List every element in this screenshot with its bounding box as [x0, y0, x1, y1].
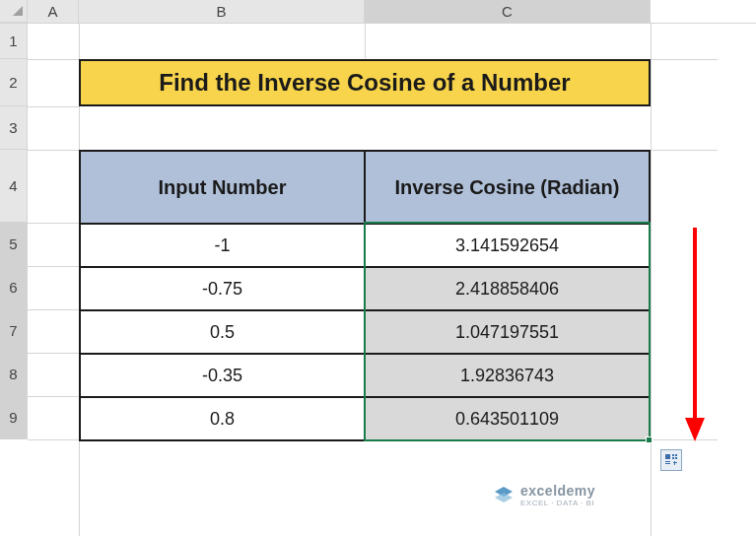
- cell-result[interactable]: 0.643501109: [365, 397, 650, 440]
- cell-input[interactable]: 0.5: [80, 310, 365, 354]
- svg-marker-12: [495, 493, 513, 502]
- table-row: -0.35 1.92836743: [80, 354, 650, 397]
- gridline: [28, 309, 79, 310]
- svg-rect-4: [675, 457, 677, 459]
- table-row: 0.8 0.643501109: [80, 397, 650, 440]
- row-header-4[interactable]: 4: [0, 150, 28, 223]
- cell-input[interactable]: -1: [80, 224, 365, 267]
- watermark: exceldemy EXCEL · DATA · BI: [493, 483, 595, 507]
- gridline: [28, 396, 79, 397]
- column-header-B[interactable]: B: [79, 0, 365, 23]
- cell-input[interactable]: -0.35: [80, 354, 365, 397]
- svg-rect-2: [675, 454, 677, 456]
- watermark-sub: EXCEL · DATA · BI: [520, 499, 595, 507]
- cell-result[interactable]: 3.141592654: [365, 224, 650, 267]
- cell-result[interactable]: 1.92836743: [365, 354, 650, 397]
- gridline: [28, 266, 79, 267]
- gridline: [28, 223, 79, 224]
- row-header-8[interactable]: 8: [0, 353, 28, 396]
- cell-result[interactable]: 2.418858406: [365, 267, 650, 310]
- table-row: -0.75 2.418858406: [80, 267, 650, 310]
- watermark-brand: exceldemy: [520, 483, 595, 499]
- row-header-2[interactable]: 2: [0, 59, 28, 106]
- header-result[interactable]: Inverse Cosine (Radian): [365, 151, 650, 224]
- watermark-logo-icon: [493, 485, 515, 506]
- row-header-9[interactable]: 9: [0, 396, 28, 439]
- table-row: -1 3.141592654: [80, 224, 650, 267]
- svg-rect-0: [665, 454, 670, 459]
- gridline: [28, 353, 79, 354]
- data-table: Input Number Inverse Cosine (Radian) -1 …: [79, 150, 651, 441]
- svg-rect-8: [674, 461, 675, 465]
- annotation-arrow: [680, 223, 710, 449]
- gridline: [28, 106, 79, 107]
- row-header-1[interactable]: 1: [0, 24, 28, 59]
- svg-rect-6: [665, 463, 670, 464]
- spreadsheet-grid: A B C 1 2 3 4 5 6 7 8 9 Find the Inverse…: [0, 0, 756, 24]
- cell-result[interactable]: 1.047197551: [365, 310, 650, 354]
- title-cell[interactable]: Find the Inverse Cosine of a Number: [79, 59, 651, 106]
- row-header-6[interactable]: 6: [0, 266, 28, 309]
- header-input[interactable]: Input Number: [80, 151, 365, 224]
- svg-rect-5: [665, 461, 670, 462]
- cell-input[interactable]: 0.8: [80, 397, 365, 440]
- svg-rect-3: [672, 457, 674, 459]
- svg-marker-10: [685, 418, 705, 441]
- column-header-C[interactable]: C: [365, 0, 651, 23]
- row-headers: 1 2 3 4 5 6 7 8 9: [0, 24, 28, 439]
- table-row: 0.5 1.047197551: [80, 310, 650, 354]
- column-headers: A B C: [0, 0, 756, 24]
- autofill-options-button[interactable]: [660, 449, 682, 471]
- gridline: [365, 24, 366, 59]
- svg-rect-1: [672, 454, 674, 456]
- cell-input[interactable]: -0.75: [80, 267, 365, 310]
- row-header-7[interactable]: 7: [0, 309, 28, 353]
- select-all-corner[interactable]: [0, 0, 28, 23]
- row-header-5[interactable]: 5: [0, 223, 28, 266]
- gridline: [651, 24, 652, 536]
- column-header-A[interactable]: A: [28, 0, 79, 23]
- row-header-3[interactable]: 3: [0, 106, 28, 150]
